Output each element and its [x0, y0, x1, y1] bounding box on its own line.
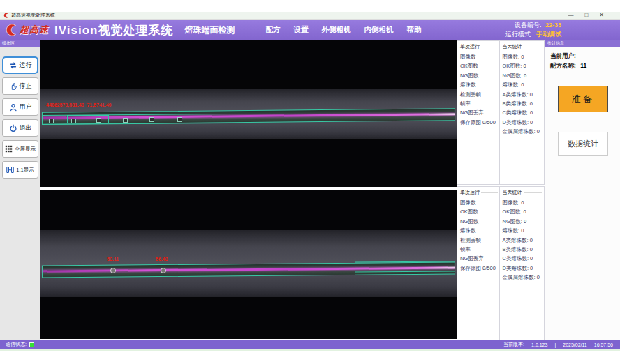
menu-item[interactable]: 内侧相机 [364, 25, 393, 35]
stat-row: OK图数 [460, 207, 499, 216]
run-button[interactable]: 运行 [2, 56, 38, 74]
fullscreen-button[interactable]: 全屏显示 [2, 140, 38, 158]
bead-marker [161, 268, 166, 273]
bead-marker [71, 119, 76, 123]
stat-row: 保存原图 0/500 [460, 118, 499, 127]
version-value: 1.0.123 [531, 342, 547, 347]
current-user-label: 当前用户: [550, 52, 576, 59]
app-window: 超高速视觉处理系统 — □ ✕ 超高速 IVision视觉处理系统 熔珠端面检测… [0, 0, 620, 364]
run-icon [9, 61, 17, 70]
single-run-rows: 图像数OK图数NG图数熔珠数检测丢帧帧率NG图丢弃保存原图 0/500 [460, 52, 499, 127]
version-label: 当前版本: [503, 341, 524, 348]
stat-row: OK图数: 0 [503, 61, 544, 70]
one-to-one-button[interactable]: 1:1显示 [2, 161, 38, 179]
stop-button[interactable]: 停止 [2, 77, 38, 95]
stat-row: 图像数: 0 [503, 52, 544, 61]
app-header: 超高速 IVision视觉处理系统 熔珠端面检测 配方设置外侧相机内侧相机帮助 … [0, 20, 620, 40]
stat-row: 熔珠数: 0 [503, 226, 544, 235]
bead-marker [149, 117, 154, 122]
stat-row: 保存原图 0/500 [460, 264, 499, 273]
user-button[interactable]: 用户 [2, 98, 38, 116]
stat-row: 金属屑熔珠数: 0 [503, 127, 544, 136]
camera-views: 44062579,531.49 71,5741.49 53.11 56.43 [40, 40, 457, 340]
one-to-one-label: 1:1显示 [16, 167, 34, 174]
status-date: 2025/02/11 [563, 342, 587, 347]
today-stats-rows: 图像数: 0OK图数: 0NG图数: 0熔珠数: 0A类熔珠数: 0B类熔珠数:… [503, 52, 544, 137]
stat-row: 检测丢帧 [460, 90, 499, 99]
weld-bead-segment-box [355, 261, 455, 272]
run-label: 运行 [20, 61, 32, 70]
stat-row: 熔珠数 [460, 80, 499, 89]
stat-row: OK图数: 0 [503, 207, 544, 216]
recipe-name-value: 11 [580, 62, 586, 69]
user-label: 用户 [20, 103, 32, 112]
stat-row: B类熔珠数: 0 [503, 99, 544, 108]
measurement-annotation: 56.43 [156, 257, 168, 261]
bead-marker [123, 118, 128, 123]
bottom-accent-strip [0, 349, 620, 351]
stat-row: NG图丢弃 [460, 108, 499, 117]
status-bar: 通信状态: 当前版本: 1.0.123 | 2025/02/11 16:57:5… [0, 340, 620, 349]
single-run-title: 单次运行 [460, 189, 499, 196]
inner-camera-stats-panel: 单次运行 图像数OK图数NG图数熔珠数检测丢帧帧率NG图丢弃保存原图 0/500… [457, 186, 545, 340]
fullscreen-grid-icon [5, 145, 13, 153]
maximize-button[interactable]: □ [584, 12, 588, 19]
app-title: IVision视觉处理系统 [54, 22, 173, 38]
bead-marker [110, 268, 116, 273]
stat-row: 熔珠数: 0 [503, 80, 544, 89]
menu-item[interactable]: 配方 [265, 25, 280, 35]
exit-label: 退出 [20, 123, 32, 132]
stop-hand-icon [9, 82, 17, 91]
single-run-title: 单次运行 [460, 43, 499, 50]
one-to-one-icon [6, 166, 14, 174]
statistics-info-panel: 统计信息 当前用户: 配方名称: 11 准备 数据统计 [545, 40, 620, 340]
bead-marker [96, 118, 101, 123]
prepare-button[interactable]: 准备 [558, 86, 608, 112]
comm-status-indicator [29, 342, 34, 347]
today-stats-title: 当天统计 [503, 43, 544, 50]
outer-camera-view[interactable]: 44062579,531.49 71,5741.49 [40, 40, 457, 187]
stat-row: 图像数 [460, 52, 499, 61]
stop-label: 停止 [20, 82, 32, 91]
stat-row: NG图丢弃 [460, 254, 499, 263]
stat-row: NG图数 [460, 71, 499, 80]
exit-button[interactable]: 退出 [2, 119, 38, 137]
brand-swoosh-icon [3, 23, 18, 37]
header-info: 设备编号: 22-33 运行模式: 手动调试 [505, 21, 561, 39]
measurement-annotation: 44062579,531.49 71,5741.49 [46, 103, 111, 107]
data-statistics-button[interactable]: 数据统计 [558, 132, 608, 156]
recipe-name-label: 配方名称: [550, 62, 576, 69]
sidebar-operations: 操作区 运行 停止 用户 [0, 40, 40, 340]
run-mode-label: 运行模式: [505, 31, 533, 38]
menu-item[interactable]: 外侧相机 [321, 25, 350, 35]
close-button[interactable]: ✕ [599, 12, 604, 19]
user-icon [9, 103, 17, 112]
stat-row: C类熔珠数: 0 [503, 108, 544, 117]
taskbar-title: 超高速视觉处理系统 [11, 12, 55, 19]
today-stats-title: 当天统计 [503, 189, 544, 196]
comm-status-label: 通信状态: [6, 341, 27, 348]
stat-row: C类熔珠数: 0 [503, 254, 544, 263]
bead-marker [49, 119, 54, 123]
bead-marker [177, 117, 182, 122]
stat-row: 帧率 [460, 245, 499, 254]
power-icon [9, 124, 17, 132]
outer-camera-stats-panel: 单次运行 图像数OK图数NG图数熔珠数检测丢帧帧率NG图丢弃保存原图 0/500… [457, 40, 545, 185]
stat-row: A类熔珠数: 0 [503, 236, 544, 245]
menu-item[interactable]: 设置 [293, 25, 308, 35]
stat-row: 帧率 [460, 99, 499, 108]
brand-logo: 超高速 [3, 23, 49, 37]
minimize-button[interactable]: — [568, 12, 573, 19]
stat-row: D类熔珠数: 0 [503, 264, 544, 273]
taskbar: 超高速视觉处理系统 — □ ✕ [0, 12, 620, 20]
status-time: 16:57:56 [594, 342, 613, 347]
brand-logo-text: 超高速 [20, 24, 49, 36]
inner-camera-view[interactable]: 53.11 56.43 [40, 190, 457, 339]
stat-row: 图像数: 0 [503, 198, 544, 207]
menu-item[interactable]: 帮助 [406, 25, 421, 35]
stats-column: 单次运行 图像数OK图数NG图数熔珠数检测丢帧帧率NG图丢弃保存原图 0/500… [457, 40, 545, 340]
stat-row: B类熔珠数: 0 [503, 245, 544, 254]
status-separator: | [554, 342, 556, 347]
stat-row: 检测丢帧 [460, 236, 499, 245]
app-subtitle: 熔珠端面检测 [184, 24, 235, 36]
